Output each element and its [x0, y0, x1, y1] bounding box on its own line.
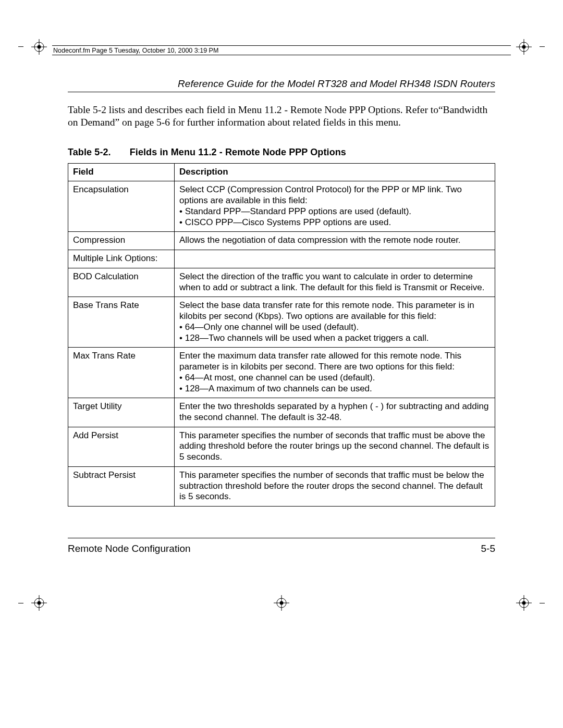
document-title: Reference Guide for the Model RT328 and …	[68, 78, 495, 92]
cell-description: Select the direction of the traffic you …	[175, 268, 495, 297]
table-row: Compression Allows the negotiation of da…	[68, 232, 495, 250]
footer-section-title: Remote Node Configuration	[68, 543, 191, 554]
table-row: Base Trans Rate Select the base data tra…	[68, 297, 495, 348]
crop-mark-icon	[31, 595, 47, 611]
col-description: Description	[175, 163, 495, 181]
table-row: Encapsulation Select CCP (Compression Co…	[68, 181, 495, 232]
table-caption: Table 5-2.Fields in Menu 11.2 - Remote N…	[68, 147, 495, 158]
table-row: Multiple Link Options:	[68, 250, 495, 268]
cell-subfield: Target Utility	[68, 398, 175, 427]
cell-description: This parameter specifies the number of s…	[175, 466, 495, 506]
cell-description: Enter the maximum data transfer rate all…	[175, 348, 495, 398]
fields-table: Field Description Encapsulation Select C…	[68, 163, 495, 507]
cell-field: Encapsulation	[68, 181, 175, 232]
cell-description: Enter the two thresholds separated by a …	[175, 398, 495, 427]
cell-field: Compression	[68, 232, 175, 250]
footer-page-number: 5-5	[481, 543, 495, 554]
cell-description: This parameter specifies the number of s…	[175, 427, 495, 466]
cell-description: Allows the negotiation of data compressi…	[175, 232, 495, 250]
table-row: BOD Calculation Select the direction of …	[68, 268, 495, 297]
cell-subfield: Subtract Persist	[68, 466, 175, 506]
crop-mark-icon	[516, 595, 532, 611]
cell-subfield: Base Trans Rate	[68, 297, 175, 348]
cell-description: Select the base data transfer rate for t…	[175, 297, 495, 348]
cell-subfield: Max Trans Rate	[68, 348, 175, 398]
page-footer: Remote Node Configuration 5-5	[68, 538, 495, 554]
crop-tick	[540, 603, 545, 603]
intro-paragraph: Table 5-2 lists and describes each field…	[68, 104, 495, 129]
cell-description: Select CCP (Compression Control Protocol…	[175, 181, 495, 232]
table-row: Subtract Persist This parameter specifie…	[68, 466, 495, 506]
table-header-row: Field Description	[68, 163, 495, 181]
crop-mark-icon	[516, 39, 532, 55]
table-row: Add Persist This parameter specifies the…	[68, 427, 495, 466]
col-field: Field	[68, 163, 175, 181]
cell-description	[175, 250, 495, 268]
cell-field: Multiple Link Options:	[68, 250, 175, 268]
table-row: Target Utility Enter the two thresholds …	[68, 398, 495, 427]
table-caption-label: Table 5-2.	[68, 147, 111, 158]
crop-tick	[540, 46, 545, 47]
print-header: Nodeconf.fm Page 5 Tuesday, October 10, …	[52, 45, 511, 55]
table-row: Max Trans Rate Enter the maximum data tr…	[68, 348, 495, 398]
crop-tick	[18, 46, 23, 47]
cell-subfield: Add Persist	[68, 427, 175, 466]
crop-mark-icon	[274, 595, 289, 611]
crop-mark-icon	[31, 39, 47, 55]
table-caption-title: Fields in Menu 11.2 - Remote Node PPP Op…	[130, 147, 346, 157]
cell-subfield: BOD Calculation	[68, 268, 175, 297]
crop-tick	[18, 603, 23, 603]
